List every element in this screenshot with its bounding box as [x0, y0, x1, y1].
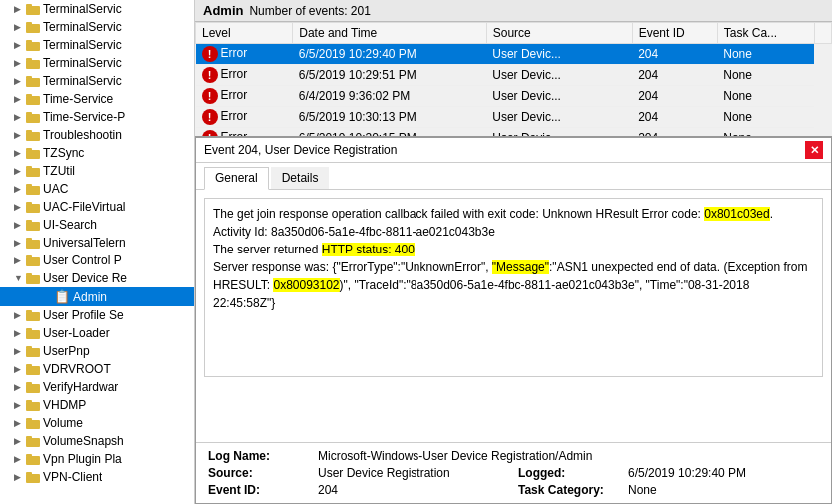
svg-rect-29 [26, 255, 32, 258]
svg-rect-4 [26, 42, 40, 51]
tree-arrow-icon: ▶ [14, 364, 26, 374]
folder-icon [26, 129, 40, 141]
dialog-body: The get join response operation callback… [196, 190, 831, 442]
cell-level: !Error [196, 65, 293, 86]
table-row[interactable]: !Error6/5/2019 10:29:51 PMUser Devic...2… [196, 65, 832, 86]
error-icon: ! [202, 46, 218, 62]
sidebar-item[interactable]: ▶ UniversalTelern [0, 234, 194, 252]
sidebar-item-label: UAC [43, 182, 68, 196]
table-col-source[interactable]: Source [486, 23, 632, 44]
folder-icon [26, 237, 40, 249]
sidebar-item[interactable]: ▶ VolumeSnapsh [0, 432, 194, 450]
folder-icon [26, 219, 40, 231]
tree-arrow-icon: ▶ [14, 184, 26, 194]
table-col-event-id[interactable]: Event ID [632, 23, 717, 44]
sidebar-item[interactable]: ▶ VPN-Client [0, 468, 194, 486]
svg-rect-27 [26, 238, 32, 241]
svg-rect-46 [26, 438, 40, 447]
svg-rect-48 [26, 456, 40, 465]
folder-icon [26, 3, 40, 15]
sidebar-item[interactable]: ▶ UAC [0, 180, 194, 198]
folder-icon [26, 147, 40, 159]
dialog-tab-details[interactable]: Details [271, 167, 330, 189]
cell-task-cat: None [717, 107, 814, 128]
sidebar-item[interactable]: ▶ TerminalServic [0, 72, 194, 90]
sidebar-item[interactable]: ▶ Volume [0, 414, 194, 432]
sidebar-item[interactable]: ▶ VerifyHardwar [0, 378, 194, 396]
sidebar-item[interactable]: ▶ Time-Service [0, 90, 194, 108]
highlight-error-code: 0x801c03ed [704, 207, 769, 221]
sidebar-item[interactable]: ▶ UserPnp [0, 342, 194, 360]
dialog-titlebar: Event 204, User Device Registration ✕ [196, 138, 831, 163]
sidebar-item[interactable]: ▶ VHDMP [0, 396, 194, 414]
table-col-level[interactable]: Level [196, 23, 293, 44]
cell-level: !Error [196, 86, 293, 107]
sidebar-item[interactable]: ▶ User Profile Se [0, 306, 194, 324]
dialog-title: Event 204, User Device Registration [204, 143, 397, 157]
cell-datetime: 6/4/2019 9:36:02 PM [293, 86, 487, 107]
sidebar-admin-item[interactable]: 📋Admin [0, 287, 194, 306]
close-button[interactable]: ✕ [805, 141, 823, 159]
table-row[interactable]: !Error6/5/2019 10:29:40 PMUser Devic...2… [196, 44, 832, 65]
admin-title: Admin [203, 3, 243, 18]
header-bar: Admin Number of events: 201 [195, 0, 832, 22]
sidebar-item[interactable]: ▶ Time-Service-P [0, 108, 194, 126]
source-value: User Device Registration [318, 466, 508, 480]
svg-rect-18 [26, 168, 40, 177]
sidebar-item[interactable]: ▶ VDRVROOT [0, 360, 194, 378]
sidebar-item[interactable]: ▶ TerminalServic [0, 54, 194, 72]
cell-event-id: 204 [632, 86, 717, 107]
tree-arrow-icon: ▶ [14, 400, 26, 410]
svg-rect-7 [26, 58, 32, 61]
sidebar-item[interactable]: ▶ User Control P [0, 252, 194, 269]
table-row[interactable]: !Error6/4/2019 9:36:02 PMUser Devic...20… [196, 86, 832, 107]
detail-dialog: Event 204, User Device Registration ✕ Ge… [195, 137, 832, 504]
svg-rect-35 [26, 328, 32, 331]
sidebar-item[interactable]: ▶ TerminalServic [0, 36, 194, 54]
table-col-task-ca...[interactable]: Task Ca... [717, 23, 814, 44]
svg-rect-3 [26, 22, 32, 25]
sidebar-item[interactable]: ▶ Troubleshootin [0, 126, 194, 144]
main-content: Admin Number of events: 201 LevelDate an… [195, 0, 832, 504]
dialog-footer: Log Name: Microsoft-Windows-User Device … [196, 442, 831, 503]
table-row[interactable]: !Error6/5/2019 10:30:13 PMUser Devic...2… [196, 107, 832, 128]
table-header-row: LevelDate and TimeSourceEvent IDTask Ca.… [196, 23, 832, 44]
tree-arrow-icon: ▶ [14, 418, 26, 428]
sidebar-item[interactable]: ▶ TZUtil [0, 162, 194, 180]
sidebar-item[interactable]: ▶ UAC-FileVirtual [0, 198, 194, 216]
sidebar-item[interactable]: ▶ TZSync [0, 144, 194, 162]
svg-rect-23 [26, 202, 32, 205]
sidebar-item[interactable]: ▶ Vpn Plugin Pla [0, 450, 194, 468]
cell-datetime: 6/5/2019 10:30:13 PM [293, 107, 487, 128]
task-cat-value: None [628, 483, 819, 497]
sidebar-item-label: TerminalServic [43, 20, 122, 34]
sidebar-item[interactable]: ▼ User Device Re [0, 269, 194, 287]
tree-arrow-icon: ▶ [14, 202, 26, 212]
sidebar-item[interactable]: ▶ User-Loader [0, 324, 194, 342]
cell-source: User Devic... [486, 86, 632, 107]
sidebar-item[interactable]: ▶ UI-Search [0, 216, 194, 234]
folder-icon [26, 381, 40, 393]
scrollbar-spacer [814, 23, 831, 44]
sidebar-item-label: VDRVROOT [43, 362, 111, 376]
dialog-tab-general[interactable]: General [204, 167, 269, 190]
sidebar-item-label: Time-Service [43, 92, 113, 106]
svg-rect-45 [26, 418, 32, 421]
sidebar-item-label: TZSync [43, 146, 84, 160]
level-text: Error [221, 130, 248, 137]
folder-icon [26, 111, 40, 123]
logged-value: 6/5/2019 10:29:40 PM [628, 466, 819, 480]
table-row[interactable]: !Error6/5/2019 10:30:15 PMUser Devic...2… [196, 128, 832, 138]
sidebar-item-label: User-Loader [43, 326, 110, 340]
table-col-date-and-time[interactable]: Date and Time [293, 23, 487, 44]
sidebar-item-label: VHDMP [43, 398, 86, 412]
svg-rect-51 [26, 472, 32, 475]
svg-rect-5 [26, 40, 32, 43]
tree-arrow-icon: ▶ [14, 148, 26, 158]
sidebar-item[interactable]: ▶ TerminalServic [0, 0, 194, 18]
svg-rect-26 [26, 240, 40, 249]
tree-arrow-icon: ▶ [14, 436, 26, 446]
sidebar-item[interactable]: ▶ TerminalServic [0, 18, 194, 36]
folder-icon [26, 453, 40, 465]
cell-datetime: 6/5/2019 10:29:40 PM [293, 44, 487, 65]
